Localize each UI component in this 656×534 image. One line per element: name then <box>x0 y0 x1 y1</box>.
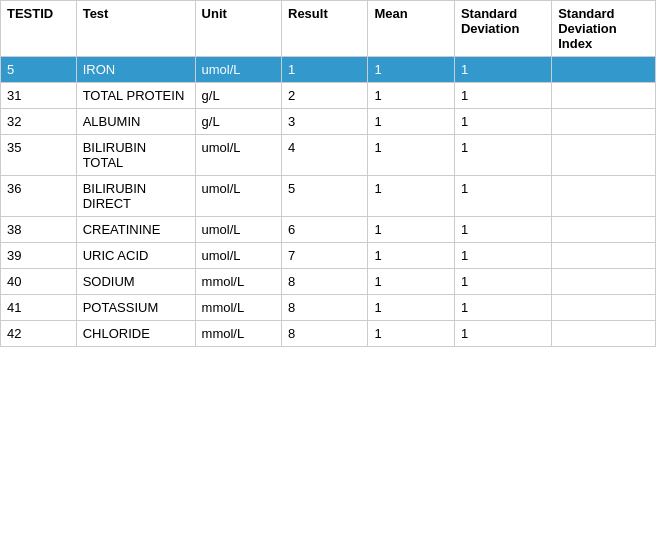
cell-testid: 31 <box>1 83 77 109</box>
cell-result: 6 <box>282 217 368 243</box>
cell-stddev: 1 <box>454 217 551 243</box>
table-row[interactable]: 36BILIRUBIN DIRECTumol/L511 <box>1 176 656 217</box>
cell-unit: umol/L <box>195 176 281 217</box>
cell-unit: mmol/L <box>195 269 281 295</box>
cell-testid: 42 <box>1 321 77 347</box>
cell-result: 1 <box>282 57 368 83</box>
cell-result: 8 <box>282 269 368 295</box>
cell-unit: umol/L <box>195 57 281 83</box>
cell-mean: 1 <box>368 243 454 269</box>
header-row: TESTIDTestUnitResultMeanStandard Deviati… <box>1 1 656 57</box>
cell-unit: g/L <box>195 83 281 109</box>
cell-mean: 1 <box>368 176 454 217</box>
cell-stddev: 1 <box>454 243 551 269</box>
cell-stddev: 1 <box>454 269 551 295</box>
header-unit: Unit <box>195 1 281 57</box>
cell-result: 3 <box>282 109 368 135</box>
cell-testid: 40 <box>1 269 77 295</box>
cell-stddev: 1 <box>454 109 551 135</box>
cell-test: POTASSIUM <box>76 295 195 321</box>
cell-mean: 1 <box>368 295 454 321</box>
header-stddev: Standard Deviation <box>454 1 551 57</box>
table-row[interactable]: 5IRONumol/L111 <box>1 57 656 83</box>
table-row[interactable]: 39URIC ACIDumol/L711 <box>1 243 656 269</box>
cell-unit: mmol/L <box>195 321 281 347</box>
cell-testid: 32 <box>1 109 77 135</box>
cell-sdi <box>552 321 656 347</box>
cell-sdi <box>552 243 656 269</box>
cell-test: BILIRUBIN TOTAL <box>76 135 195 176</box>
cell-unit: umol/L <box>195 243 281 269</box>
cell-test: TOTAL PROTEIN <box>76 83 195 109</box>
cell-test: CHLORIDE <box>76 321 195 347</box>
cell-unit: umol/L <box>195 217 281 243</box>
cell-testid: 39 <box>1 243 77 269</box>
cell-testid: 5 <box>1 57 77 83</box>
cell-mean: 1 <box>368 83 454 109</box>
cell-sdi <box>552 295 656 321</box>
table-row[interactable]: 42CHLORIDEmmol/L811 <box>1 321 656 347</box>
cell-stddev: 1 <box>454 295 551 321</box>
table-row[interactable]: 40SODIUMmmol/L811 <box>1 269 656 295</box>
cell-result: 5 <box>282 176 368 217</box>
header-mean: Mean <box>368 1 454 57</box>
cell-mean: 1 <box>368 217 454 243</box>
cell-mean: 1 <box>368 109 454 135</box>
cell-stddev: 1 <box>454 321 551 347</box>
cell-stddev: 1 <box>454 83 551 109</box>
cell-sdi <box>552 135 656 176</box>
cell-test: IRON <box>76 57 195 83</box>
cell-unit: mmol/L <box>195 295 281 321</box>
cell-testid: 35 <box>1 135 77 176</box>
header-testid: TESTID <box>1 1 77 57</box>
cell-test: BILIRUBIN DIRECT <box>76 176 195 217</box>
cell-sdi <box>552 269 656 295</box>
cell-unit: umol/L <box>195 135 281 176</box>
cell-result: 8 <box>282 321 368 347</box>
cell-test: URIC ACID <box>76 243 195 269</box>
cell-sdi <box>552 83 656 109</box>
table-row[interactable]: 31TOTAL PROTEINg/L211 <box>1 83 656 109</box>
cell-test: CREATININE <box>76 217 195 243</box>
data-table: TESTIDTestUnitResultMeanStandard Deviati… <box>0 0 656 347</box>
cell-testid: 38 <box>1 217 77 243</box>
cell-result: 7 <box>282 243 368 269</box>
header-test: Test <box>76 1 195 57</box>
table-row[interactable]: 41POTASSIUMmmol/L811 <box>1 295 656 321</box>
cell-mean: 1 <box>368 135 454 176</box>
cell-stddev: 1 <box>454 135 551 176</box>
cell-unit: g/L <box>195 109 281 135</box>
table-row[interactable]: 35BILIRUBIN TOTALumol/L411 <box>1 135 656 176</box>
cell-testid: 36 <box>1 176 77 217</box>
cell-testid: 41 <box>1 295 77 321</box>
cell-mean: 1 <box>368 321 454 347</box>
cell-sdi <box>552 57 656 83</box>
cell-result: 2 <box>282 83 368 109</box>
cell-result: 8 <box>282 295 368 321</box>
header-sdi: Standard Deviation Index <box>552 1 656 57</box>
cell-stddev: 1 <box>454 176 551 217</box>
cell-sdi <box>552 109 656 135</box>
cell-sdi <box>552 176 656 217</box>
table-row[interactable]: 32ALBUMINg/L311 <box>1 109 656 135</box>
cell-test: SODIUM <box>76 269 195 295</box>
cell-stddev: 1 <box>454 57 551 83</box>
cell-mean: 1 <box>368 57 454 83</box>
cell-mean: 1 <box>368 269 454 295</box>
cell-sdi <box>552 217 656 243</box>
cell-result: 4 <box>282 135 368 176</box>
cell-test: ALBUMIN <box>76 109 195 135</box>
table-row[interactable]: 38CREATININEumol/L611 <box>1 217 656 243</box>
header-result: Result <box>282 1 368 57</box>
